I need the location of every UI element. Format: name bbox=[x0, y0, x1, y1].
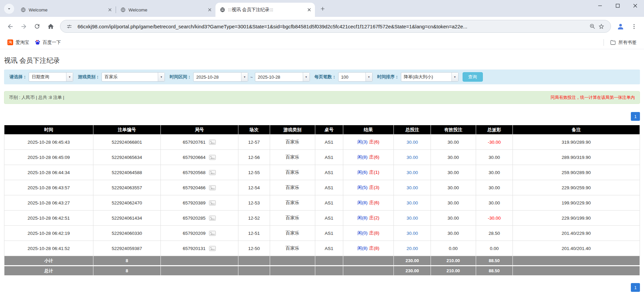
reload-icon bbox=[34, 23, 40, 30]
tab-close-icon[interactable] bbox=[107, 7, 113, 13]
tab-welcome-2[interactable]: Welcome bbox=[116, 3, 215, 17]
subtotal-label: 小计 bbox=[4, 256, 93, 266]
chevron-down-icon[interactable]: ▾ bbox=[303, 73, 310, 81]
tab-title: Welcome bbox=[29, 7, 104, 12]
total-bet-link[interactable]: 30.00 bbox=[407, 185, 418, 190]
cell-round: 657920131 bbox=[160, 241, 238, 256]
total-bet-link[interactable]: 20.00 bbox=[407, 246, 418, 251]
tab-strip: Welcome Welcome :::视讯 会员下注纪录::: bbox=[0, 0, 644, 17]
chevron-down-icon[interactable]: ▾ bbox=[66, 73, 73, 81]
pagination-top: 1 bbox=[4, 112, 640, 121]
tab-welcome-1[interactable]: Welcome bbox=[16, 3, 116, 17]
menu-button[interactable] bbox=[627, 20, 641, 33]
zoom-icon[interactable] bbox=[588, 23, 597, 29]
table-header-row: 时间 注单编号 局号 场次 游戏类别 桌号 结果 总投注 有效投注 总派彩 备注 bbox=[4, 125, 640, 135]
profile-button[interactable] bbox=[614, 20, 627, 33]
date-to-select[interactable]: 2025-10-28 ▾ bbox=[255, 72, 310, 82]
cell-table-no: AS1 bbox=[315, 135, 343, 150]
chevron-down-icon[interactable]: ▾ bbox=[451, 73, 458, 81]
chevron-down-icon[interactable]: ▾ bbox=[158, 73, 165, 81]
site-info-icon[interactable] bbox=[65, 24, 74, 29]
cell-result: 闲(8)庄(2) bbox=[343, 211, 394, 226]
cell-note: 259.90/289.90 bbox=[513, 165, 640, 180]
player-result: 闲(8) bbox=[357, 200, 368, 205]
cell-round: 657920209 bbox=[160, 226, 238, 241]
combo-value: 降幂(由大到小) bbox=[401, 73, 451, 81]
query-type-label: 请选择： bbox=[9, 74, 27, 80]
page-size-select[interactable]: 100 ▾ bbox=[338, 72, 373, 82]
round-number: 657920664 bbox=[183, 155, 206, 160]
cell-valid-bet: 30.00 bbox=[431, 150, 476, 165]
forward-button[interactable] bbox=[17, 20, 30, 33]
player-result: 闲(6) bbox=[357, 170, 368, 175]
total-bet-link[interactable]: 30.00 bbox=[407, 200, 418, 205]
bookmark-star-icon[interactable] bbox=[597, 23, 606, 30]
header-time: 时间 bbox=[4, 125, 93, 135]
address-bar[interactable]: 66cxkj98.com/ipl/portal.php/game/betreco… bbox=[60, 20, 611, 33]
cell-table-no: AS1 bbox=[315, 150, 343, 165]
chevron-down-icon[interactable]: ▾ bbox=[365, 73, 372, 81]
globe-icon bbox=[20, 7, 26, 13]
url-text[interactable]: 66cxkj98.com/ipl/portal.php/game/betreco… bbox=[78, 24, 584, 29]
window-controls bbox=[591, 0, 644, 11]
bet-records-table: 时间 注单编号 局号 场次 游戏类别 桌号 结果 总投注 有效投注 总派彩 备注… bbox=[4, 125, 640, 276]
sort-order-select[interactable]: 降幂(由大到小) ▾ bbox=[401, 72, 459, 82]
globe-icon bbox=[219, 7, 225, 13]
cell-note: 319.90/289.90 bbox=[513, 135, 640, 150]
new-tab-button[interactable] bbox=[318, 4, 328, 14]
tab-close-icon[interactable] bbox=[306, 7, 312, 13]
total-bet-link[interactable]: 30.00 bbox=[407, 216, 418, 221]
cell-table-no: AS1 bbox=[315, 195, 343, 211]
query-type-select[interactable]: 日期查询 ▾ bbox=[29, 72, 73, 82]
cell-valid-bet: 30.00 bbox=[431, 180, 476, 195]
cards-icon[interactable] bbox=[209, 246, 216, 251]
game-type-label: 游戏类别： bbox=[78, 74, 100, 80]
tab-bet-record[interactable]: :::视讯 会员下注纪录::: bbox=[215, 3, 315, 17]
maximize-button[interactable] bbox=[609, 0, 626, 11]
cell-payout: -30.00 bbox=[476, 211, 513, 226]
page-number-button[interactable]: 1 bbox=[631, 283, 640, 292]
round-number: 657920466 bbox=[183, 185, 206, 190]
home-button[interactable] bbox=[44, 20, 57, 33]
tab-search-button[interactable] bbox=[4, 4, 14, 14]
close-button[interactable] bbox=[626, 0, 644, 11]
cards-icon[interactable] bbox=[209, 231, 216, 236]
total-bet-link[interactable]: 30.00 bbox=[407, 140, 418, 145]
subtotal-total-bet: 230.00 bbox=[394, 256, 431, 266]
all-bookmarks-button[interactable]: 所有书签 bbox=[607, 38, 639, 47]
tab-close-icon[interactable] bbox=[206, 7, 213, 13]
back-button[interactable] bbox=[3, 20, 17, 33]
page-number-button[interactable]: 1 bbox=[631, 112, 640, 121]
cards-icon[interactable] bbox=[209, 216, 216, 221]
cards-icon[interactable] bbox=[209, 155, 216, 160]
cell-result: 闲(5)庄(3) bbox=[343, 180, 394, 195]
minimize-button[interactable] bbox=[591, 0, 609, 11]
cards-icon[interactable] bbox=[209, 185, 216, 190]
total-bet-link[interactable]: 30.00 bbox=[407, 155, 418, 160]
browser-window: Welcome Welcome :::视讯 会员下注纪录::: bbox=[0, 0, 644, 305]
date-from-select[interactable]: 2025-10-28 ▾ bbox=[193, 72, 248, 82]
cell-bet-id: 522924066801 bbox=[93, 135, 160, 150]
reload-button[interactable] bbox=[30, 20, 44, 33]
total-label: 总计 bbox=[4, 266, 93, 276]
bookmark-baidu[interactable]: 百度一下 bbox=[32, 38, 64, 47]
bookmark-taobao[interactable]: 淘 爱淘宝 bbox=[5, 38, 32, 47]
total-bet-link[interactable]: 30.00 bbox=[407, 231, 418, 236]
search-button[interactable]: 查询 bbox=[463, 72, 483, 82]
chevron-down-icon[interactable]: ▾ bbox=[241, 73, 248, 81]
cell-bet-id: 522924062470 bbox=[93, 195, 160, 211]
cards-icon[interactable] bbox=[209, 140, 216, 145]
cell-result: 闲(8)庄(8) bbox=[343, 241, 394, 256]
cards-icon[interactable] bbox=[209, 170, 216, 175]
summary-bar: 币别 : 人民币 | 总共 :8 注单 | 同局有效投注，统一计算在该局第一张注… bbox=[4, 91, 640, 104]
cell-game-type: 百家乐 bbox=[270, 135, 315, 150]
cell-note: 201.40/201.40 bbox=[513, 241, 640, 256]
cards-icon[interactable] bbox=[209, 200, 216, 205]
cell-session: 12-56 bbox=[238, 150, 270, 165]
combo-value: 日期查询 bbox=[29, 73, 66, 81]
total-bet-link[interactable]: 30.00 bbox=[407, 170, 418, 175]
back-arrow-icon bbox=[7, 23, 14, 30]
game-type-select[interactable]: 百家乐 ▾ bbox=[101, 72, 165, 82]
cell-time: 2025-10-28 06:42:19 bbox=[4, 226, 93, 241]
cell-valid-bet: 30.00 bbox=[431, 135, 476, 150]
